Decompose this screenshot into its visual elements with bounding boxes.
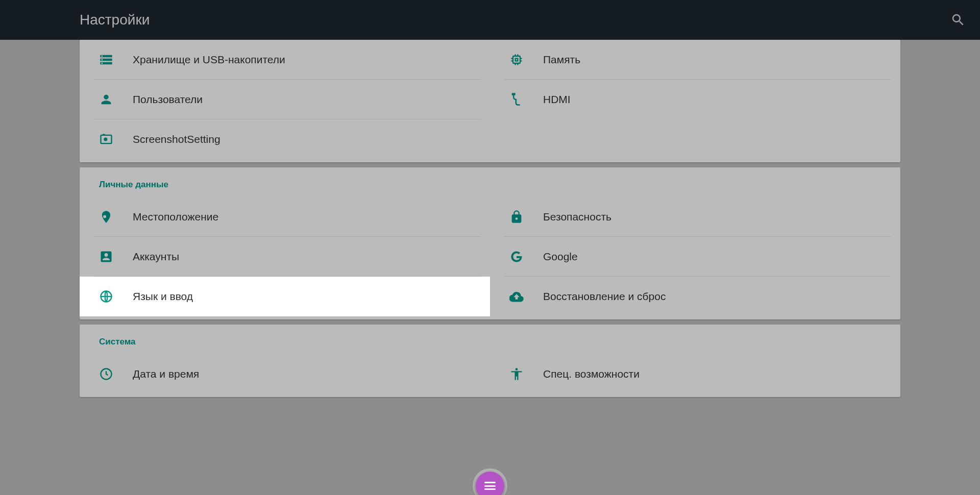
settings-item-memory[interactable]: Память (504, 40, 891, 80)
settings-item-label: Аккаунты (132, 251, 481, 263)
settings-item-label: Восстановление и сброс (542, 290, 891, 303)
memory-icon (504, 53, 542, 67)
accessibility-icon (504, 367, 542, 381)
account-box-icon (94, 250, 132, 264)
svg-rect-2 (103, 134, 105, 135)
settings-item-label: Спец. возможности (542, 368, 891, 380)
cloud-upload-icon (504, 289, 542, 304)
google-icon (504, 250, 542, 264)
settings-item-backup[interactable]: Восстановление и сброс (504, 277, 891, 316)
person-icon (94, 92, 132, 107)
settings-item-users[interactable]: Пользователи (94, 80, 481, 119)
search-icon (950, 12, 966, 28)
settings-item-google[interactable]: Google (504, 237, 891, 277)
settings-item-label: Пользователи (132, 93, 481, 106)
storage-icon (94, 53, 132, 67)
settings-item-label: ScreenshotSetting (132, 133, 481, 145)
settings-item-storage[interactable]: Хранилище и USB-накопители (94, 40, 481, 80)
camera-icon (94, 132, 132, 146)
hdmi-icon (504, 92, 542, 107)
settings-item-label: Хранилище и USB-накопители (132, 54, 481, 66)
settings-item-label: Местоположение (132, 211, 481, 223)
section-header-personal: Личные данные (80, 167, 900, 197)
settings-item-label: Язык и ввод (132, 290, 481, 303)
app-bar: Настройки (0, 0, 980, 40)
settings-item-screenshot[interactable]: ScreenshotSetting (94, 119, 481, 159)
menu-icon (484, 482, 496, 490)
globe-icon (94, 289, 132, 304)
settings-item-label: Безопасность (542, 211, 891, 223)
settings-card-personal: Личные данные Местоположение Аккаунты (80, 167, 900, 319)
settings-item-accessibility[interactable]: Спец. возможности (504, 354, 891, 394)
lock-icon (504, 210, 542, 224)
svg-point-1 (104, 138, 107, 141)
settings-card-device: Хранилище и USB-накопители Пользователи … (80, 40, 900, 162)
settings-item-label: Дата и время (132, 368, 481, 380)
settings-item-hdmi[interactable]: HDMI (504, 80, 891, 119)
settings-item-datetime[interactable]: Дата и время (94, 354, 481, 394)
settings-card-system: Система Дата и время Спец. возможности (80, 325, 900, 397)
settings-content: Хранилище и USB-накопители Пользователи … (80, 40, 900, 495)
settings-item-language[interactable]: Язык и ввод (80, 277, 490, 316)
page-title: Настройки (80, 12, 150, 28)
location-icon (94, 210, 132, 224)
section-header-system: Система (80, 325, 900, 354)
settings-item-accounts[interactable]: Аккаунты (94, 237, 481, 277)
clock-icon (94, 367, 132, 381)
settings-item-label: Google (542, 251, 891, 263)
svg-rect-3 (512, 93, 516, 95)
settings-item-security[interactable]: Безопасность (504, 197, 891, 237)
search-button[interactable] (950, 12, 966, 28)
settings-item-location[interactable]: Местоположение (94, 197, 481, 237)
settings-item-label: Память (542, 54, 891, 66)
settings-item-label: HDMI (542, 93, 891, 106)
